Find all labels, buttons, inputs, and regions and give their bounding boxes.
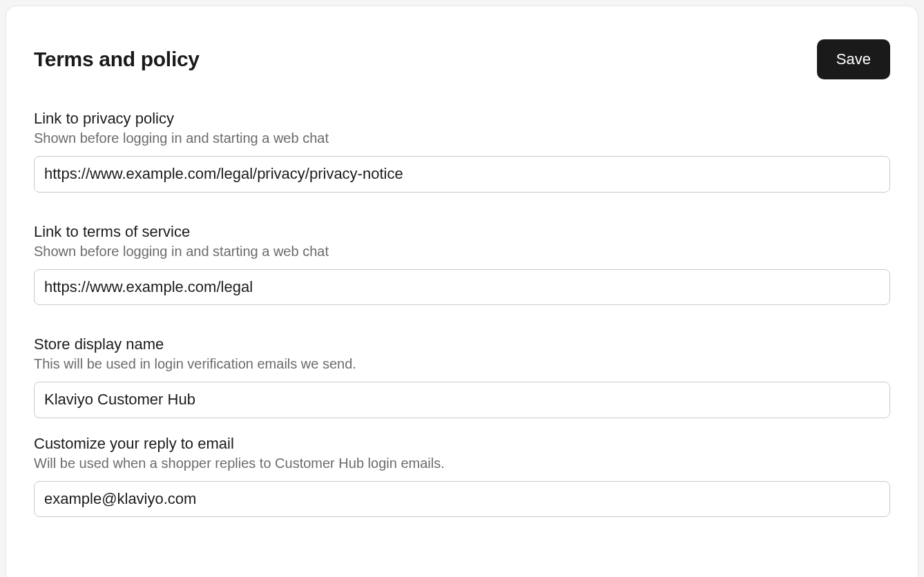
store-display-name-help: This will be used in login verification … xyxy=(34,356,890,372)
terms-of-service-input[interactable] xyxy=(34,269,890,306)
terms-of-service-field-group: Link to terms of service Shown before lo… xyxy=(34,223,890,306)
reply-to-email-input[interactable] xyxy=(34,481,890,518)
store-display-name-field-group: Store display name This will be used in … xyxy=(34,335,890,418)
store-display-name-input[interactable] xyxy=(34,382,890,418)
page-title: Terms and policy xyxy=(34,48,200,71)
terms-and-policy-card: Terms and policy Save Link to privacy po… xyxy=(6,6,918,577)
reply-to-email-label: Customize your reply to email xyxy=(34,435,890,453)
save-button[interactable]: Save xyxy=(817,39,890,79)
card-header: Terms and policy Save xyxy=(34,39,890,79)
terms-of-service-label: Link to terms of service xyxy=(34,223,890,241)
reply-to-email-help: Will be used when a shopper replies to C… xyxy=(34,456,890,471)
privacy-policy-help: Shown before logging in and starting a w… xyxy=(34,130,890,146)
store-display-name-label: Store display name xyxy=(34,335,890,353)
reply-to-email-field-group: Customize your reply to email Will be us… xyxy=(34,435,890,518)
privacy-policy-input[interactable] xyxy=(34,156,890,193)
privacy-policy-field-group: Link to privacy policy Shown before logg… xyxy=(34,110,890,193)
privacy-policy-label: Link to privacy policy xyxy=(34,110,890,128)
terms-of-service-help: Shown before logging in and starting a w… xyxy=(34,244,890,260)
